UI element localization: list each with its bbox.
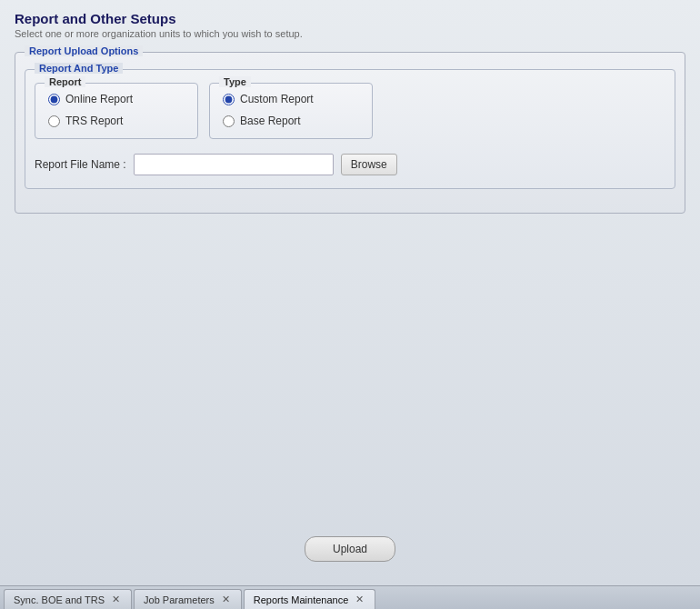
upload-button[interactable]: Upload (305, 536, 395, 562)
report-upload-options-section: Report Upload Options Report And Type Re… (15, 52, 685, 214)
tab-reports-close[interactable]: ✕ (354, 594, 365, 605)
file-name-input[interactable] (134, 154, 334, 175)
tab-bar: Sync. BOE and TRS ✕ Job Parameters ✕ Rep… (0, 585, 700, 609)
file-name-row: Report File Name : Browse (35, 154, 665, 175)
file-name-label: Report File Name : (35, 158, 126, 171)
online-report-radio[interactable] (48, 94, 60, 105)
custom-report-label: Custom Report (240, 93, 314, 105)
page-subtitle: Select one or more organization units to… (15, 28, 685, 39)
main-content: Report and Other Setups Select one or mo… (0, 0, 700, 585)
tab-sync-label: Sync. BOE and TRS (14, 594, 105, 605)
tab-job-close[interactable]: ✕ (220, 594, 232, 605)
base-report-row: Base Report (223, 115, 359, 127)
base-report-label: Base Report (240, 115, 301, 127)
trs-report-label: TRS Report (65, 115, 123, 127)
trs-report-radio[interactable] (48, 115, 60, 127)
report-legend: Report (45, 76, 85, 87)
trs-report-row: TRS Report (48, 115, 185, 127)
tab-reports-label: Reports Maintenance (254, 594, 349, 605)
report-box: Report Online Report TRS Report (35, 83, 198, 139)
tab-job-label: Job Parameters (144, 594, 215, 605)
report-and-type-legend: Report And Type (35, 63, 123, 74)
report-and-type-section: Report And Type Report Online Report TRS… (25, 69, 675, 189)
page-title: Report and Other Setups (15, 11, 685, 26)
report-upload-options-legend: Report Upload Options (25, 45, 143, 56)
inner-sections-row: Report Online Report TRS Report Type (35, 83, 665, 139)
type-legend: Type (219, 76, 251, 87)
tab-sync-close[interactable]: ✕ (110, 594, 122, 605)
tab-sync[interactable]: Sync. BOE and TRS ✕ (4, 589, 132, 609)
online-report-label: Online Report (65, 93, 133, 105)
bottom-area: Upload (15, 214, 685, 574)
online-report-row: Online Report (48, 93, 185, 105)
custom-report-radio[interactable] (223, 94, 235, 105)
custom-report-row: Custom Report (223, 93, 359, 105)
tab-job[interactable]: Job Parameters ✕ (134, 589, 242, 609)
tab-reports[interactable]: Reports Maintenance ✕ (244, 589, 376, 609)
base-report-radio[interactable] (223, 115, 235, 127)
browse-button[interactable]: Browse (341, 154, 397, 175)
type-box: Type Custom Report Base Report (209, 83, 373, 139)
